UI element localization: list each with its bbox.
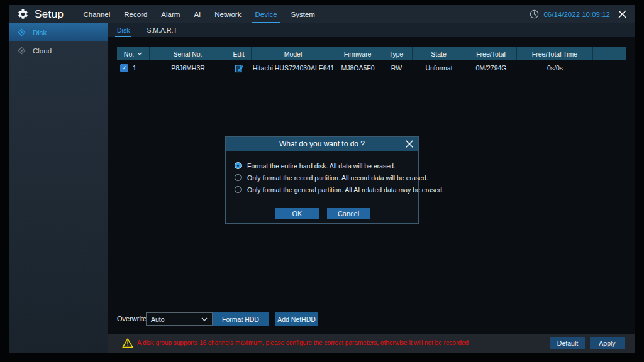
- sidebar-item-label: Cloud: [33, 47, 52, 55]
- cell-model: Hitachi HUS724030ALE641: [252, 64, 335, 72]
- nav-channel[interactable]: Channel: [76, 5, 117, 23]
- table-row: ✓ 1 P8J6MH3R Hitachi HUS724030ALE641 MJ8…: [117, 60, 626, 75]
- option-format-entire[interactable]: Format the entire hard disk. All data wi…: [235, 162, 444, 169]
- chevron-down-icon: [137, 52, 142, 55]
- warning-icon: [122, 338, 133, 351]
- dialog-options: Format the entire hard disk. All data wi…: [235, 162, 444, 193]
- overwrite-label: Overwrite: [117, 315, 147, 322]
- cancel-button[interactable]: Cancel: [327, 208, 370, 219]
- cell-type: RW: [380, 64, 413, 72]
- sidebar-item-cloud[interactable]: Cloud: [9, 41, 108, 60]
- edit-icon[interactable]: [235, 63, 244, 73]
- sidebar-item-disk[interactable]: Disk: [9, 23, 108, 41]
- column-blank: [593, 47, 626, 60]
- default-button[interactable]: Default: [550, 337, 585, 349]
- cell-state: Unformat: [413, 64, 465, 72]
- gear-icon: [17, 8, 29, 20]
- column-state: State: [413, 47, 465, 60]
- top-bar: Setup Channel Record Alarm AI Network De…: [9, 5, 635, 23]
- format-dialog: What do you want to do ? Format the enti…: [225, 136, 419, 224]
- add-nethdd-button[interactable]: Add NetHDD: [275, 312, 318, 326]
- overwrite-value: Auto: [151, 315, 165, 323]
- radio-unselected[interactable]: [235, 174, 242, 181]
- nav-record[interactable]: Record: [117, 5, 154, 23]
- column-free-total: Free/Total: [465, 47, 517, 60]
- dialog-header: What do you want to do ?: [226, 137, 418, 151]
- column-free-total-time: Free/Total Time: [517, 47, 593, 60]
- nav-alarm[interactable]: Alarm: [154, 5, 187, 23]
- nav-ai[interactable]: AI: [187, 5, 208, 23]
- overwrite-select[interactable]: Auto: [146, 312, 213, 326]
- option-format-record[interactable]: Only format the record partition. All re…: [235, 174, 444, 181]
- column-edit: Edit: [226, 47, 252, 60]
- row-number: 1: [133, 64, 136, 72]
- dialog-title: What do you want to do ?: [279, 140, 365, 148]
- row-checkbox[interactable]: ✓: [120, 64, 128, 72]
- option-format-general[interactable]: Only format the general partition. All A…: [235, 186, 444, 193]
- topbar-right: 06/14/2022 10:09:12: [530, 9, 635, 19]
- sidebar: Disk Cloud: [9, 23, 108, 353]
- cell-edit: [226, 63, 252, 73]
- disk-diamond-icon: [18, 28, 26, 36]
- tab-strip: Disk S.M.A.R.T: [108, 23, 635, 37]
- ok-button[interactable]: OK: [275, 208, 319, 219]
- clock-icon: [530, 9, 539, 19]
- column-firmware: Firmware: [335, 47, 380, 60]
- footer-bar: A disk group supports 16 channels maximu…: [108, 334, 635, 353]
- disk-table: No. Serial No. Edit Model Firmware Type …: [117, 47, 626, 75]
- screen: Setup Channel Record Alarm AI Network De…: [0, 0, 644, 362]
- cell-free-total-time: 0s/0s: [517, 64, 593, 72]
- tab-disk[interactable]: Disk: [117, 23, 130, 37]
- column-no[interactable]: No.: [117, 47, 150, 60]
- select-chevron-icon: [201, 317, 208, 321]
- sidebar-item-label: Disk: [33, 29, 47, 36]
- cloud-diamond-icon: [18, 47, 26, 55]
- cell-free-total: 0M/2794G: [465, 64, 517, 72]
- cell-no: ✓ 1: [117, 64, 150, 72]
- close-icon[interactable]: [618, 10, 626, 18]
- column-serial: Serial No.: [150, 47, 226, 60]
- warning-text: A disk group supports 16 channels maximu…: [137, 339, 469, 346]
- apply-button[interactable]: Apply: [590, 337, 625, 349]
- nav-device[interactable]: Device: [248, 5, 284, 23]
- column-model: Model: [252, 47, 335, 60]
- table-header: No. Serial No. Edit Model Firmware Type …: [117, 47, 626, 60]
- app-title: Setup: [35, 8, 64, 21]
- cell-serial: P8J6MH3R: [150, 64, 226, 72]
- system-time: 06/14/2022 10:09:12: [543, 11, 610, 18]
- tab-smart[interactable]: S.M.A.R.T: [147, 23, 177, 37]
- cell-firmware: MJ8OA5F0: [335, 64, 380, 72]
- column-type: Type: [380, 47, 413, 60]
- dialog-close-icon[interactable]: [406, 140, 413, 148]
- radio-selected[interactable]: [235, 162, 242, 169]
- format-hdd-button[interactable]: Format HDD: [213, 312, 269, 326]
- nav-network[interactable]: Network: [208, 5, 248, 23]
- main-nav: Channel Record Alarm AI Network Device S…: [76, 5, 322, 23]
- nav-system[interactable]: System: [284, 5, 322, 23]
- radio-unselected[interactable]: [235, 186, 242, 193]
